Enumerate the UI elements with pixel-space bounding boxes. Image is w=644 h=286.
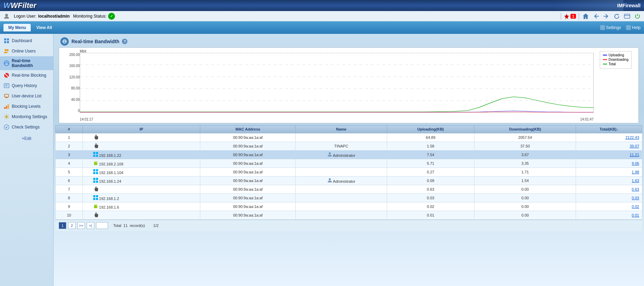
- total-records: Total 11 record(s): [113, 223, 145, 228]
- app-header: WWFilter IMFirewall: [0, 0, 644, 11]
- cell-total[interactable]: 0.01: [576, 211, 642, 220]
- svg-rect-46: [93, 169, 95, 171]
- window-icon[interactable]: [623, 12, 631, 20]
- main-layout: Dashboard Online Users Real-time Bandwid…: [0, 34, 644, 286]
- svg-point-61: [96, 206, 97, 207]
- cell-mac: 00:90:9a:aa:1a:af: [200, 151, 296, 159]
- cell-download: 3.67: [474, 151, 576, 159]
- cell-name: TINAPC: [296, 142, 387, 151]
- cell-total[interactable]: 0.03: [576, 194, 642, 202]
- col-upload: Uploading(KB): [387, 125, 474, 133]
- svg-rect-53: [96, 181, 98, 183]
- nav-settings-icon[interactable]: Settings: [600, 25, 621, 30]
- page-btn-next[interactable]: >>: [77, 222, 85, 229]
- forward-icon[interactable]: [603, 12, 610, 20]
- nav-help-icon[interactable]: Help: [626, 25, 641, 30]
- svg-rect-3: [624, 14, 630, 18]
- svg-point-24: [6, 116, 8, 118]
- svg-rect-57: [93, 198, 95, 200]
- sidebar-item-query-history[interactable]: Query History: [0, 80, 53, 91]
- sidebar-item-check-settings[interactable]: Check Settings: [0, 122, 53, 132]
- sidebar-label-blocking-levels: Blocking Levels: [12, 104, 40, 109]
- table-row[interactable]: 2 192.168.1.25 00:90:9a:aa:1a:af TINAPC …: [56, 142, 642, 151]
- table-row[interactable]: 5 192.168.1.104 00:90:9a:aa:1a:af 0.27 1…: [56, 168, 642, 177]
- table-row[interactable]: 10 192.168.1.7 00:90:9a:aa:1a:af 0.01 0.…: [56, 211, 642, 220]
- cell-total[interactable]: 11.21: [576, 151, 642, 159]
- edit-button[interactable]: +Edit: [0, 134, 53, 143]
- cell-name: [296, 202, 387, 211]
- svg-marker-2: [618, 14, 619, 15]
- table-row[interactable]: 4 192.168.2.109 00:90:9a:aa:1a:af 5.71 3…: [56, 159, 642, 168]
- sidebar-item-realtime-blocking[interactable]: Real-time Blocking: [0, 70, 53, 80]
- col-mac: MAC Address: [200, 125, 296, 133]
- sidebar-label-check-settings: Check Settings: [12, 125, 40, 130]
- power-icon[interactable]: [634, 12, 641, 20]
- cell-total[interactable]: 0.63: [576, 185, 642, 194]
- table-row[interactable]: 7 192.168.1.142 00:90:9a:aa:1a:af 0.63 0…: [56, 185, 642, 194]
- sidebar-item-monitoring-settings[interactable]: Monitoring Settings: [0, 112, 53, 122]
- svg-rect-55: [93, 195, 95, 197]
- cell-upload: 0.02: [387, 202, 474, 211]
- cell-num: 8: [56, 194, 83, 202]
- cell-download: 37.50: [474, 142, 576, 151]
- cell-total[interactable]: 1.63: [576, 177, 642, 185]
- sidebar-item-user-device-list[interactable]: User-device List: [0, 91, 53, 101]
- cell-total[interactable]: 1.98: [576, 168, 642, 177]
- table-row[interactable]: 8 192.168.1.2 00:90:9a:aa:1a:af 0.03 0.0…: [56, 194, 642, 202]
- table-row[interactable]: 6 192.168.1.24 00:90:9a:aa:1a:af Adminis…: [56, 177, 642, 185]
- cell-name: [296, 133, 387, 142]
- nav-tab-view-all[interactable]: View All: [31, 24, 57, 31]
- svg-rect-58: [96, 198, 98, 200]
- svg-rect-20: [6, 97, 8, 98]
- table-row[interactable]: 1 192.168.2.101 00:90:9a:aa:1a:af 64.89 …: [56, 133, 642, 142]
- page-btn-1[interactable]: 1: [59, 222, 66, 229]
- status-ok-icon: ✓: [108, 13, 115, 20]
- cell-num: 1: [56, 133, 83, 142]
- cell-name: [296, 185, 387, 194]
- cell-ip: 192.168.1.24: [83, 177, 200, 185]
- nav-right: Settings Help: [600, 25, 641, 30]
- cell-name: [296, 194, 387, 202]
- svg-point-41: [96, 163, 97, 163]
- cell-mac: 00:90:9a:aa:1a:af: [200, 202, 296, 211]
- cell-mac: 00:90:9a:aa:1a:af: [200, 133, 296, 142]
- cell-num: 7: [56, 185, 83, 194]
- cell-ip: 192.168.1.104: [83, 168, 200, 177]
- x-label-end: 14:01:47: [580, 117, 594, 121]
- divider2: [579, 13, 579, 20]
- nav-tab-my-menu[interactable]: My Menu: [3, 24, 31, 31]
- cell-num: 6: [56, 177, 83, 185]
- page-btn-last[interactable]: >|: [87, 222, 94, 229]
- levels-icon: [3, 103, 10, 109]
- cell-ip: 192.168.1.25: [83, 142, 200, 151]
- monitoring-settings-icon: [3, 114, 10, 120]
- alert-area[interactable]: 1: [564, 13, 576, 19]
- cell-total[interactable]: 9.06: [576, 159, 642, 168]
- refresh-icon[interactable]: [613, 12, 621, 20]
- cell-num: 2: [56, 142, 83, 151]
- svg-line-43: [97, 161, 97, 162]
- table-row[interactable]: 9 192.168.1.6 00:90:9a:aa:1a:af 0.02 0.0…: [56, 202, 642, 211]
- table-row[interactable]: 3 192.168.1.22 00:90:9a:aa:1a:af Adminis…: [56, 151, 642, 159]
- sidebar-item-online-users[interactable]: Online Users: [0, 46, 53, 56]
- monitoring-status: Monitoring Status: ✓: [73, 13, 115, 20]
- back-icon[interactable]: [592, 12, 600, 20]
- cell-mac: 00:90:9a:aa:1a:af: [200, 168, 296, 177]
- help-icon[interactable]: ?: [122, 39, 127, 44]
- toolbar-right: 1: [561, 12, 641, 20]
- page-btn-2[interactable]: 2: [68, 222, 76, 229]
- cell-total[interactable]: 39.07: [576, 142, 642, 151]
- page-jump-input[interactable]: [96, 222, 108, 229]
- sidebar-item-blocking-levels[interactable]: Blocking Levels: [0, 101, 53, 112]
- cell-ip: 192.168.1.2: [83, 194, 200, 202]
- sidebar-item-dashboard[interactable]: Dashboard: [0, 36, 53, 46]
- home-toolbar-icon[interactable]: [582, 12, 589, 20]
- content-area: Real-time Bandwidth ? 200.00 160.00 120.…: [54, 34, 644, 286]
- blocking-icon: [3, 72, 10, 78]
- col-total: Total(KB)↓: [576, 125, 642, 133]
- sidebar-item-realtime-bandwidth[interactable]: Real-time Bandwidth: [0, 56, 53, 70]
- svg-rect-21: [4, 107, 6, 109]
- cell-total[interactable]: 0.02: [576, 202, 642, 211]
- cell-total[interactable]: 2122.43: [576, 133, 642, 142]
- svg-rect-16: [4, 84, 9, 88]
